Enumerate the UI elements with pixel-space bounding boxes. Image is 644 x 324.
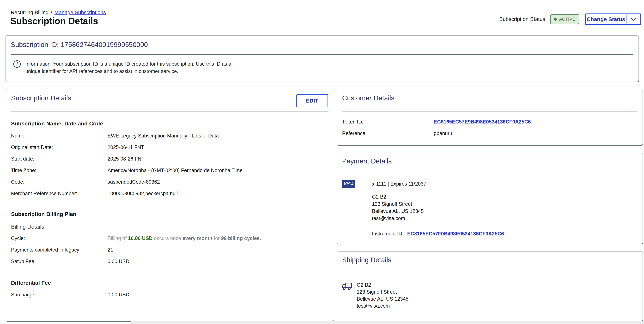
row-value: EWE Legacy Subscription Manually - Lots …	[108, 133, 328, 139]
subscription-id-panel: Subscription ID: 17586274640019999550000…	[5, 35, 639, 82]
page-bottom-edge	[131, 321, 644, 324]
address-line: G2 B2	[357, 281, 408, 288]
cycle-amount: 10.00 USD	[128, 235, 153, 241]
panel-divider	[342, 111, 637, 111]
row-label: Time Zone:	[11, 167, 108, 174]
address-line: Bellevue AL, US 12345	[357, 295, 408, 302]
table-row: Code: suspendedCode-89362	[11, 179, 328, 185]
breadcrumb-parent: Recurring Billing	[11, 10, 48, 16]
visa-card-icon: VISA	[342, 180, 356, 188]
row-value: 2025-06-11 FNT	[108, 144, 328, 151]
table-row: Time Zone: America/Noronha - (GMT-02:00)…	[11, 167, 328, 174]
row-value: 2025-08-26 FNT	[108, 156, 328, 162]
address-line: 123 Signoff Street	[372, 201, 637, 208]
breadcrumb-link-manage-subscriptions[interactable]: Manage Subscriptions	[54, 10, 106, 16]
instrument-id-row: Instrument ID: EC8165EC57F0B498E0534136C…	[372, 231, 637, 237]
reference-row: Reference: gbanuru	[342, 130, 637, 137]
table-row: Name: EWE Legacy Subscription Manually -…	[11, 133, 328, 139]
status-badge-text: ACTIVE	[559, 17, 576, 22]
row-value: 21	[108, 247, 328, 253]
address-line: test@visa.com	[357, 302, 408, 309]
row-label: Merchant Reference Number:	[11, 190, 108, 197]
cycle-part: Billing of	[108, 235, 128, 241]
address-line: Bellevue AL, US 12345	[372, 208, 637, 215]
address-line: G2 B2	[372, 193, 637, 201]
row-value: America/Noronha - (GMT-02:00) Fernando d…	[108, 167, 328, 174]
row-label: Payments completed in legacy:	[11, 247, 108, 253]
row-label: Token ID:	[342, 119, 434, 125]
shipping-details-panel: Shipping Details G2 B2 123 Signoff Stree…	[337, 251, 643, 321]
row-label: Cycle:	[11, 235, 108, 242]
info-note: i Information: Your subscription ID is a…	[13, 60, 633, 75]
customer-rows: Token ID: EC8165EC57E9B498E0534136CF0A25…	[342, 119, 637, 137]
dotted-divider	[372, 226, 625, 226]
subscription-details-heading: Subscription Details	[11, 89, 328, 102]
cycle-part: occurs once	[152, 235, 182, 241]
customer-details-panel: Customer Details Token ID: EC8165EC57E9B…	[337, 89, 643, 145]
info-note-line2: unique identifier for API references and…	[25, 68, 231, 75]
status-dot-icon	[554, 18, 557, 21]
cycle-part: for	[212, 235, 221, 241]
payment-info-column: x-1111 | Expires 11/2037 G2 B2 123 Signo…	[372, 180, 637, 237]
token-id-link[interactable]: EC8165EC57E9B498E0534136CF0A25C6	[434, 119, 637, 125]
panel-divider	[342, 274, 637, 274]
edit-button[interactable]: EDIT	[296, 94, 328, 107]
cycle-count: 99 billing cycles.	[221, 235, 261, 241]
row-label: Reference:	[342, 130, 434, 137]
address-line: 123 Signoff Street	[357, 288, 408, 295]
visa-wordmark: VISA	[343, 182, 354, 187]
row-value: gbanuru	[434, 130, 637, 137]
row-label: Code:	[11, 179, 108, 185]
row-label: Original start Date:	[11, 144, 108, 151]
row-label: Instrument ID:	[372, 231, 404, 237]
row-value: 0.00 USD	[108, 258, 328, 265]
table-row: Start date: 2025-08-26 FNT	[11, 156, 328, 162]
payment-details-panel: Payment Details VISA x-1111 | Expires 11…	[337, 152, 643, 244]
address-line: test@visa.com	[372, 215, 637, 222]
card-summary: x-1111 | Expires 11/2037	[372, 181, 637, 187]
breadcrumb: Recurring Billing / Manage Subscriptions	[11, 10, 106, 16]
row-label: Name:	[11, 133, 108, 139]
differential-fee-rows: Surcharge: 0.00 USD	[11, 291, 328, 298]
chevron-down-icon[interactable]	[626, 17, 640, 21]
panel-divider	[342, 173, 637, 173]
row-value: 1000003085982,beckercpa,null	[108, 190, 328, 197]
info-note-line1: Information: Your subscription ID is a u…	[25, 60, 231, 68]
subscription-details-panel: EDIT Subscription Details Subscription N…	[6, 89, 334, 321]
row-value: suspendedCode-89362	[108, 179, 328, 185]
subscription-status-label: Subscription Status:	[499, 16, 547, 22]
breadcrumb-separator: /	[51, 10, 52, 16]
cycle-frequency: every month	[182, 235, 212, 241]
billing-plan-rows: Cycle: Billing of 10.00 USD occurs once …	[11, 235, 328, 265]
customer-details-heading: Customer Details	[342, 89, 637, 102]
panel-divider	[11, 54, 633, 55]
table-row: Merchant Reference Number: 1000003085982…	[11, 190, 328, 197]
subsection-heading-billing-details: Billing Details	[11, 223, 328, 230]
change-status-label: Change Status	[586, 16, 626, 23]
table-row: Original start Date: 2025-06-11 FNT	[11, 144, 328, 151]
row-label: Surcharge:	[11, 291, 108, 298]
panel-divider	[11, 111, 328, 111]
page-title: Subscription Details	[10, 16, 98, 26]
instrument-id-link[interactable]: EC8165EC57F0B498E0534136CF0A25C6	[407, 231, 504, 237]
table-row: Setup Fee: 0.00 USD	[11, 258, 328, 265]
subscription-status-group: Subscription Status: ACTIVE Change Statu…	[499, 12, 641, 26]
subscription-id-heading: Subscription ID: 17586274640019999550000	[11, 36, 633, 49]
shipping-body: G2 B2 123 Signoff Street Bellevue AL, US…	[342, 281, 637, 309]
info-icon: i	[13, 60, 21, 68]
cycle-sentence: Billing of 10.00 USD occurs once every m…	[108, 235, 328, 242]
shipping-details-heading: Shipping Details	[342, 252, 637, 264]
table-row: Payments completed in legacy: 21	[11, 247, 328, 253]
cycle-row: Cycle: Billing of 10.00 USD occurs once …	[11, 235, 328, 242]
change-status-button[interactable]: Change Status	[585, 14, 641, 25]
billing-address: G2 B2 123 Signoff Street Bellevue AL, US…	[372, 193, 637, 222]
payment-body: VISA x-1111 | Expires 11/2037 G2 B2 123 …	[342, 180, 637, 237]
truck-icon	[342, 282, 352, 309]
name-date-code-rows: Name: EWE Legacy Subscription Manually -…	[11, 133, 328, 197]
section-heading-name-date-code: Subscription Name, Date and Code	[11, 120, 328, 127]
payment-details-heading: Payment Details	[342, 153, 637, 166]
shipping-address: G2 B2 123 Signoff Street Bellevue AL, US…	[357, 281, 408, 309]
row-label: Setup Fee:	[11, 258, 108, 265]
info-note-text: Information: Your subscription ID is a u…	[25, 60, 231, 75]
row-value: 0.00 USD	[108, 291, 328, 298]
